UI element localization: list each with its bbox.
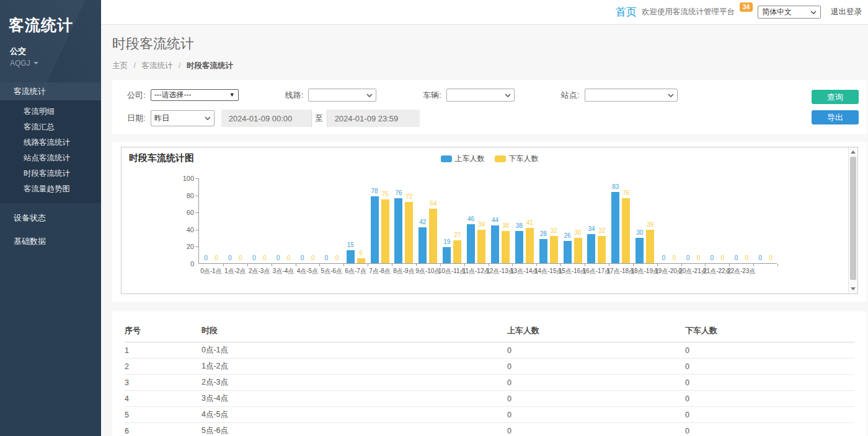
line-label: 线路: [285,90,304,101]
bar-下车人数[interactable]: 41 [526,228,534,263]
legend-item-boarding[interactable]: 上车人数 [441,154,485,164]
bar-上车人数[interactable]: 30 [636,238,644,263]
x-axis-tick [272,264,272,266]
chart-title: 时段车流统计图 [129,152,194,164]
date-preset-select[interactable]: 昨日 [151,110,215,126]
bar-下车人数[interactable]: 64 [429,209,437,263]
language-select[interactable]: 简体中文 [758,6,821,19]
bar-value-label: 0 [769,255,773,261]
bar-value-label: 30 [636,229,643,236]
bar-group: 00 [657,178,681,263]
table-header-cell: 序号 [125,319,202,342]
sidebar-item[interactable]: 线路客流统计 [0,135,101,150]
table-row[interactable]: 54点-5点00 [125,407,854,423]
bar-上车人数[interactable]: 38 [515,231,523,263]
bar-下车人数[interactable]: 76 [622,198,630,263]
bar-group: 7875 [368,178,392,263]
bar-上车人数[interactable]: 34 [587,234,595,263]
bar-下车人数[interactable]: 39 [646,230,654,263]
line-select[interactable] [308,89,376,102]
bar-上车人数[interactable]: 83 [611,192,619,263]
bar-value-label: 0 [745,255,748,261]
y-axis-tick [195,246,198,247]
bar-上车人数[interactable]: 78 [371,196,379,263]
bar-下车人数[interactable]: 72 [405,202,413,263]
bar-value-label: 38 [502,222,509,229]
x-axis-label: 0点-1点 [200,267,221,276]
sidebar-item[interactable]: 客流汇总 [0,120,101,135]
bar-上车人数[interactable]: 42 [418,227,427,263]
content: 时段客流统计 主页 / 客流统计 / 时段客流统计 公司: ---请选择--- … [101,25,868,436]
table-row[interactable]: 21点-2点00 [125,359,854,375]
sidebar-item[interactable]: 站点客流统计 [0,150,101,166]
vehicle-select[interactable] [446,89,515,102]
sidebar-section-2[interactable]: 基础数据 [0,232,101,250]
org-name: 公交 [0,35,101,57]
nav-home-link[interactable]: 首页 [616,5,637,19]
table-cell: 0 [685,359,854,375]
x-axis-label: 22点-23点 [727,267,756,276]
bar-上车人数[interactable]: 28 [539,239,547,263]
breadcrumb-separator: / [133,61,135,70]
company-select[interactable]: ---请选择--- ▼ [151,89,239,101]
export-button[interactable]: 导出 [812,110,859,124]
bar-value-label: 83 [612,183,619,190]
bar-上车人数[interactable]: 76 [394,198,402,263]
table-row[interactable]: 65点-6点00 [125,423,854,436]
table-body: 10点-1点0021点-2点0032点-3点0043点-4点0054点-5点00… [125,342,854,436]
x-axis-tick [464,264,465,266]
table-row[interactable]: 10点-1点00 [125,342,854,359]
bar-value-label: 0 [662,255,666,261]
sidebar-section-0[interactable]: 客流统计 [0,82,101,100]
date-start-input[interactable]: 2024-01-09 00:00 [221,110,311,127]
sidebar-item[interactable]: 时段客流统计 [0,166,101,181]
scroll-up-arrow-icon[interactable] [851,150,856,154]
bar-上车人数[interactable]: 19 [443,247,451,263]
scroll-down-arrow-icon[interactable] [851,287,856,290]
x-axis-tick [633,264,634,266]
x-axis-tick [681,264,682,266]
bar-下车人数[interactable]: 38 [502,231,510,263]
x-axis-label: 4点-5点 [297,267,318,276]
bar-下车人数[interactable]: 75 [381,199,389,264]
chevron-down-icon [33,62,38,64]
chart-vertical-scrollbar[interactable] [848,147,857,294]
legend-item-alighting[interactable]: 下车人数 [495,154,539,164]
bar-下车人数[interactable]: 30 [574,238,582,263]
table-row[interactable]: 43点-4点00 [125,391,854,407]
station-select[interactable] [585,89,678,102]
sidebar-section-1[interactable]: 设备状态 [0,209,101,227]
bar-上车人数[interactable]: 15 [347,250,355,263]
x-axis-tick [585,264,585,266]
bar-上车人数[interactable]: 46 [467,224,475,263]
sidebar-item[interactable]: 客流明细 [0,104,101,120]
table-header-row: 序号时段上车人数下车人数 [125,319,854,342]
breadcrumb-home[interactable]: 主页 [112,61,128,70]
bar-上车人数[interactable]: 44 [491,225,499,263]
table-row[interactable]: 32点-3点00 [125,375,854,391]
bar-下车人数[interactable]: 27 [453,240,461,263]
breadcrumb-section[interactable]: 客流统计 [141,61,172,70]
table-cell: 0 [685,423,854,436]
x-axis-tick [705,264,706,266]
bar-下车人数[interactable]: 32 [598,236,606,263]
bar-group: 00 [296,178,320,263]
sidebar-submenu: 客流明细客流汇总线路客流统计站点客流统计时段客流统计客流量趋势图 [0,100,101,203]
bar-下车人数[interactable]: 39 [477,230,485,263]
app-logo: 客流统计 [0,0,101,35]
user-menu[interactable]: AQGJ [0,57,101,68]
bar-下车人数[interactable]: 6 [357,258,365,263]
logout-link[interactable]: 退出登录 [831,7,862,17]
bar-value-label: 38 [516,222,523,229]
bar-下车人数[interactable]: 32 [550,236,558,263]
table-cell: 0 [507,407,685,423]
scrollbar-thumb[interactable] [850,157,856,280]
bar-group: 2832 [536,178,560,263]
notification-badge[interactable]: 34 [740,2,753,12]
sidebar-item[interactable]: 客流量趋势图 [0,181,101,197]
query-button[interactable]: 查询 [812,90,859,104]
x-axis-tick [777,264,778,266]
date-end-input[interactable]: 2024-01-09 23:59 [327,110,420,127]
table-cell: 5点-6点 [202,423,507,436]
bar-上车人数[interactable]: 26 [564,241,572,263]
